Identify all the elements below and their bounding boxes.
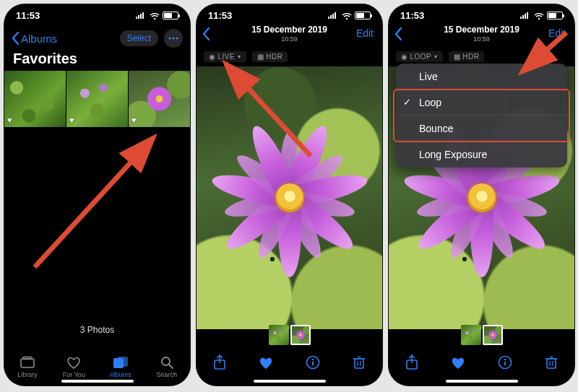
hdr-badge: ▦ HDR	[449, 51, 485, 62]
tab-label: Library	[17, 371, 38, 378]
back-button[interactable]: Albums	[12, 32, 57, 45]
filmstrip	[389, 325, 574, 347]
for-you-icon	[66, 356, 82, 369]
battery-icon	[547, 12, 563, 19]
hdr-icon: ▦	[257, 53, 264, 61]
svg-line-9	[169, 365, 173, 368]
wifi-icon	[150, 12, 160, 19]
photo-date-header: 15 December 2019 10:59	[389, 25, 574, 43]
svg-point-2	[172, 37, 174, 39]
trash-icon	[353, 355, 366, 370]
tab-label: Albums	[110, 371, 131, 378]
cellular-icon	[136, 12, 147, 19]
phone-photo-detail-screen: 11:53 15 December 2019 10:59 Edit ◉ LIVE…	[197, 4, 382, 386]
menu-item-live[interactable]: Live	[396, 64, 567, 90]
photo-thumbnail[interactable]: ♥	[129, 71, 190, 127]
menu-item-label: Long Exposure	[419, 149, 487, 160]
phone-favorites-screen: 11:53 Albums Select Favorites	[4, 4, 190, 386]
back-label: Albums	[21, 32, 57, 45]
photo-time: 10:59	[197, 35, 382, 43]
nav-bar: Albums Select	[4, 26, 190, 51]
menu-item-long-exposure[interactable]: Long Exposure	[396, 141, 567, 167]
favorite-button[interactable]	[449, 354, 467, 371]
filmstrip-thumbnail[interactable]	[483, 325, 503, 345]
heart-icon: ♥	[7, 116, 12, 124]
heart-icon	[258, 355, 274, 370]
live-effect-menu: Live ✓Loop Bounce Long Exposure	[396, 64, 567, 167]
more-button[interactable]	[164, 29, 183, 48]
filmstrip	[197, 325, 382, 347]
svg-point-15	[311, 359, 313, 360]
menu-item-label: Loop	[419, 97, 441, 108]
photo-thumbnail[interactable]: ♥	[66, 71, 128, 127]
menu-item-bounce[interactable]: Bounce	[396, 116, 567, 141]
bottom-toolbar	[389, 349, 574, 375]
status-icons	[520, 12, 563, 19]
wifi-icon	[534, 12, 544, 19]
tab-search[interactable]: Search	[144, 341, 190, 378]
tab-albums[interactable]: Albums	[98, 341, 144, 378]
filmstrip-thumbnail[interactable]	[269, 325, 289, 345]
heart-icon: ♥	[131, 116, 137, 124]
search-icon	[159, 356, 175, 369]
hdr-badge: ▦ HDR	[252, 51, 288, 62]
tab-library[interactable]: Library	[4, 341, 51, 378]
tab-bar: Library For You Albums Search	[4, 341, 190, 378]
live-icon: ◉	[209, 53, 216, 61]
hdr-badge-label: HDR	[266, 53, 282, 61]
svg-point-23	[538, 18, 540, 19]
tab-for-you[interactable]: For You	[51, 341, 97, 378]
hdr-badge-label: HDR	[462, 53, 479, 61]
photo-thumbnail[interactable]: ♥	[4, 71, 66, 127]
delete-button[interactable]	[543, 354, 560, 371]
live-badge-button[interactable]: ◉ LOOP ▾	[396, 51, 443, 62]
photo-subject	[217, 126, 362, 270]
trash-icon	[545, 355, 558, 370]
checkmark-icon: ✓	[403, 97, 411, 108]
info-button[interactable]	[496, 354, 514, 371]
home-indicator	[446, 380, 518, 383]
phone-live-menu-screen: 11:53 15 December 2019 10:59 Edit ◉ LOOP…	[389, 4, 574, 386]
select-button[interactable]: Select	[120, 30, 158, 46]
share-button[interactable]	[403, 354, 420, 371]
photo-date: 15 December 2019	[389, 25, 574, 35]
live-badge-button[interactable]: ◉ LIVE ▾	[204, 51, 246, 62]
wifi-icon	[342, 12, 352, 19]
delete-button[interactable]	[350, 354, 368, 371]
ellipsis-icon	[168, 37, 178, 40]
favorite-button[interactable]	[257, 354, 275, 371]
svg-rect-4	[21, 359, 34, 367]
tab-label: Search	[157, 371, 178, 378]
edit-button[interactable]: Edit	[356, 27, 374, 39]
status-bar: 11:53	[197, 4, 382, 26]
cellular-icon	[328, 12, 339, 19]
status-time: 11:53	[400, 10, 424, 21]
photo-time: 10:59	[389, 35, 574, 43]
svg-rect-28	[504, 362, 506, 366]
share-button[interactable]	[211, 354, 228, 371]
photo-viewport[interactable]	[197, 66, 382, 329]
svg-point-3	[176, 37, 178, 39]
filmstrip-thumbnail[interactable]	[461, 325, 481, 345]
chevron-down-icon: ▾	[434, 53, 438, 60]
menu-item-loop[interactable]: ✓Loop	[396, 90, 567, 116]
cellular-icon	[520, 12, 531, 19]
info-button[interactable]	[304, 354, 322, 371]
home-indicator	[254, 380, 326, 383]
heart-icon: ♥	[69, 116, 74, 124]
svg-point-1	[168, 37, 171, 39]
info-icon	[306, 355, 320, 370]
chevron-left-icon	[12, 32, 20, 45]
edit-button[interactable]: Edit	[548, 27, 566, 39]
status-time: 11:53	[208, 10, 232, 21]
photo-date-header: 15 December 2019 10:59	[197, 25, 382, 43]
live-icon: ◉	[401, 53, 408, 61]
svg-point-11	[346, 18, 348, 19]
filmstrip-thumbnail[interactable]	[290, 325, 311, 345]
battery-icon	[163, 12, 178, 19]
share-icon	[212, 354, 227, 370]
svg-point-8	[162, 357, 170, 365]
live-badge-label: LIVE	[218, 53, 236, 61]
status-bar: 11:53	[4, 4, 190, 26]
svg-rect-5	[23, 357, 32, 360]
